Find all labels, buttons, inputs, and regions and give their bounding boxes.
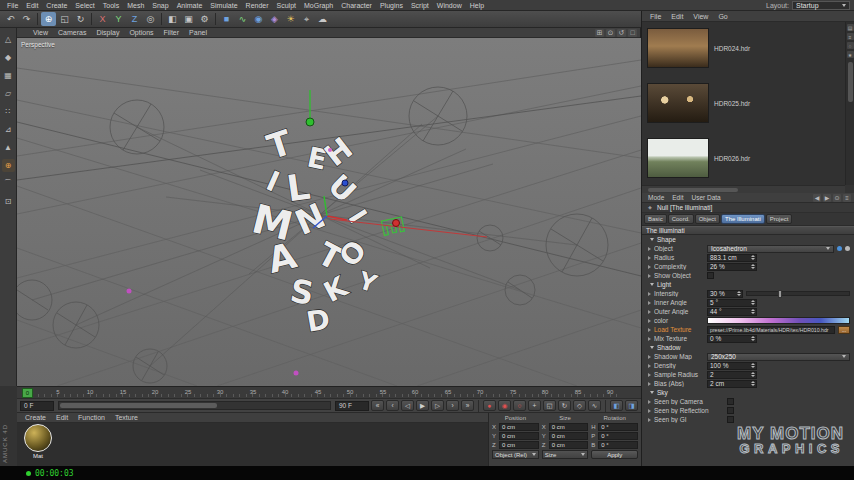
material-menu-texture[interactable]: Texture — [111, 414, 142, 421]
viewport-menu-cameras[interactable]: Cameras — [54, 29, 90, 36]
hdr-thumbnail[interactable] — [647, 138, 709, 178]
end-frame-field[interactable]: 90 F — [335, 401, 369, 411]
material-menu-function[interactable]: Function — [74, 414, 109, 421]
browser-item-hdr025[interactable]: HDR025.hdr — [647, 82, 837, 124]
pos-z-input[interactable]: 0 cm — [499, 441, 539, 449]
make-editable-icon[interactable]: △ — [2, 33, 15, 46]
timeline-ruler[interactable]: 0 5 10 15 20 25 30 35 40 45 50 55 60 65 … — [17, 386, 641, 399]
edges-mode-icon[interactable]: ⊿ — [2, 123, 15, 136]
sample-radius-input[interactable]: 2 — [707, 371, 757, 379]
rot-h-input[interactable]: 0 ° — [598, 423, 638, 431]
browser-menu-edit[interactable]: Edit — [667, 13, 687, 20]
spinner-icon[interactable] — [750, 264, 755, 269]
add-light-icon[interactable]: ☀ — [283, 12, 298, 26]
color-gradient[interactable] — [707, 317, 850, 324]
group-light[interactable]: Light — [642, 280, 854, 289]
viewport-menu-display[interactable]: Display — [92, 29, 123, 36]
show-object-checkbox[interactable] — [707, 272, 714, 279]
expand-arrow-icon[interactable] — [648, 337, 651, 341]
spinner-icon[interactable] — [750, 381, 755, 386]
expand-arrow-icon[interactable] — [648, 265, 651, 269]
spinner-icon[interactable] — [750, 300, 755, 305]
hdr-thumbnail[interactable] — [647, 28, 709, 68]
material-menu-edit[interactable]: Edit — [52, 414, 72, 421]
group-sky[interactable]: Sky — [642, 388, 854, 397]
expand-arrow-icon[interactable] — [648, 409, 651, 413]
file-name[interactable]: HDR025.hdr — [714, 100, 750, 107]
shadow-map-dropdown[interactable]: 250x250 — [707, 353, 850, 361]
lock-icon[interactable] — [845, 246, 850, 251]
hdr-thumbnail[interactable] — [647, 83, 709, 123]
material-list[interactable]: Mat — [17, 423, 488, 466]
record-position-toggle[interactable]: + — [528, 400, 541, 411]
record-scale-toggle[interactable]: ◱ — [543, 400, 556, 411]
material-menu-create[interactable]: Create — [21, 414, 50, 421]
tab-project[interactable]: Project — [766, 214, 793, 224]
intensity-input[interactable]: 30 % — [707, 290, 743, 298]
slider-knob[interactable] — [778, 290, 782, 298]
expand-arrow-icon[interactable] — [648, 355, 651, 359]
browser-menu-file[interactable]: File — [646, 13, 665, 20]
lock-y-axis-icon[interactable]: Y — [111, 12, 126, 26]
attr-menu-mode[interactable]: Mode — [645, 194, 667, 201]
spinner-icon[interactable] — [750, 309, 755, 314]
expand-arrow-icon[interactable] — [648, 319, 651, 323]
material-preview-sphere[interactable] — [24, 424, 52, 452]
texture-mode-icon[interactable]: ▦ — [2, 69, 15, 82]
attr-menu-edit[interactable]: Edit — [669, 194, 686, 201]
tab-basic[interactable]: Basic — [644, 214, 667, 224]
menu-select[interactable]: Select — [71, 2, 98, 9]
points-mode-icon[interactable]: ∷ — [2, 105, 15, 118]
viewport-menu-panel[interactable]: Panel — [185, 29, 211, 36]
browser-hscrollbar[interactable] — [642, 185, 845, 193]
render-view-icon[interactable]: ◧ — [165, 12, 180, 26]
expand-arrow-icon[interactable] — [648, 364, 651, 368]
browser-item-hdr024[interactable]: HDR024.hdr — [647, 27, 837, 69]
viewport-menu-view[interactable]: View — [29, 29, 52, 36]
expand-arrow-icon[interactable] — [648, 382, 651, 386]
menu-window[interactable]: Window — [433, 2, 466, 9]
apply-button[interactable]: Apply — [591, 450, 638, 459]
add-mograph-icon[interactable]: ◉ — [251, 12, 266, 26]
keyframe-selection-button[interactable]: ○ — [513, 400, 526, 411]
viewport-canvas[interactable]: Perspective — [17, 38, 641, 386]
menu-script[interactable]: Script — [407, 2, 433, 9]
record-keyframe-button[interactable]: ● — [483, 400, 496, 411]
workplane-mode-icon[interactable]: ▱ — [2, 87, 15, 100]
add-sky-icon[interactable]: ☁ — [315, 12, 330, 26]
menu-simulate[interactable]: Simulate — [206, 2, 241, 9]
expand-arrow-icon[interactable] — [648, 328, 651, 332]
menu-edit[interactable]: Edit — [22, 2, 42, 9]
range-handle[interactable] — [60, 403, 217, 408]
model-mode-icon[interactable]: ◆ — [2, 51, 15, 64]
bias-input[interactable]: 2 cm — [707, 380, 757, 388]
menu-tools[interactable]: Tools — [99, 2, 123, 9]
seen-by-gi-checkbox[interactable] — [727, 416, 734, 423]
move-tool-icon[interactable]: ⊕ — [41, 12, 56, 26]
menu-mograph[interactable]: MoGraph — [300, 2, 337, 9]
group-shadow[interactable]: Shadow — [642, 343, 854, 352]
render-picture-viewer-icon[interactable]: ▣ — [181, 12, 196, 26]
record-parameter-toggle[interactable]: ◇ — [573, 400, 586, 411]
record-rotation-toggle[interactable]: ↻ — [558, 400, 571, 411]
camera-view-label[interactable]: Perspective — [21, 41, 55, 48]
browser-scrollbar[interactable]: ▤ ≡ ○ ★ — [845, 22, 854, 185]
prev-key-button[interactable]: ‹ — [386, 400, 399, 411]
browse-texture-button[interactable]: ... — [838, 326, 850, 334]
workplane-lock-icon[interactable]: ⊡ — [2, 195, 15, 208]
menu-plugins[interactable]: Plugins — [376, 2, 407, 9]
load-texture-button[interactable]: Load Texture — [654, 326, 704, 333]
mix-texture-input[interactable]: 0 % — [707, 335, 757, 343]
expand-arrow-icon[interactable] — [648, 247, 651, 251]
browser-menu-view[interactable]: View — [689, 13, 712, 20]
hscroll-handle[interactable] — [648, 188, 738, 192]
render-settings-icon[interactable]: ⚙ — [197, 12, 212, 26]
zoom-icon[interactable]: ⊙ — [606, 29, 615, 37]
pos-x-input[interactable]: 0 cm — [499, 423, 539, 431]
prev-frame-button[interactable]: ◁ — [401, 400, 414, 411]
spinner-icon[interactable] — [750, 363, 755, 368]
menu-sculpt[interactable]: Sculpt — [273, 2, 300, 9]
add-deformer-icon[interactable]: ◈ — [267, 12, 282, 26]
expand-arrow-icon[interactable] — [648, 373, 651, 377]
menu-character[interactable]: Character — [337, 2, 376, 9]
